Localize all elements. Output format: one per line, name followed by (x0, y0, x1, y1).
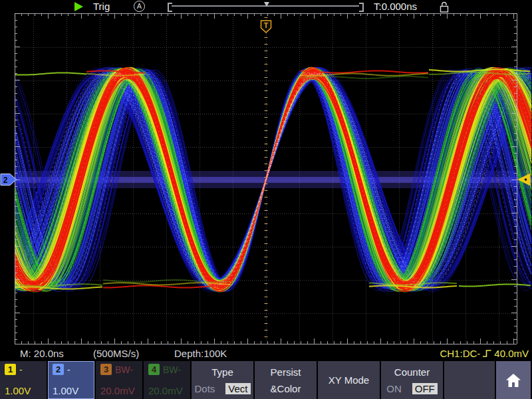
rising-edge-icon (482, 348, 492, 358)
persist-line1: Persist (271, 366, 301, 378)
channel-1-badge: 1 (5, 364, 16, 375)
channel-3-status[interactable]: 3 BW- 20.0mV (96, 361, 142, 399)
trigger-level-label: 40.0mV (494, 348, 529, 359)
channel-4-scale: 20.0mV (148, 385, 186, 396)
trigger-source-label: CH1:DC- (440, 348, 480, 359)
auto-trigger-icon: A (134, 1, 145, 12)
channel-1-coupling: - (19, 364, 23, 375)
persist-line2: &Color (271, 383, 301, 394)
counter-option-off[interactable]: OFF (412, 383, 438, 394)
trigger-readout: CH1:DC- 40.0mV (440, 348, 529, 359)
xy-mode-label: XY Mode (329, 374, 369, 386)
trigger-position-marker[interactable]: T (260, 20, 272, 33)
counter-title: Counter (394, 366, 430, 378)
channel-4-badge: 4 (148, 364, 160, 375)
trigger-position-label: T (264, 21, 269, 29)
menu-counter-button[interactable]: Counter ON OFF (381, 361, 443, 399)
menu-persist-color-button[interactable]: Persist &Color (255, 361, 317, 399)
hpos-slider-left-bracket (168, 3, 172, 12)
channel-2-scale: 1.00V (53, 385, 90, 396)
menu-type-title: Type (211, 366, 233, 378)
run-state-icon (74, 2, 83, 11)
trig-label: Trig (93, 1, 110, 12)
counter-option-on[interactable]: ON (386, 383, 402, 394)
ch2-level-marker[interactable]: 2 (0, 173, 17, 186)
channel-1-status[interactable]: 1 - 1.00V (0, 361, 47, 399)
time-offset-readout: T:0.000ns (374, 1, 417, 12)
menu-empty-slot (444, 361, 495, 399)
hpos-slider-pointer[interactable] (264, 2, 269, 7)
channel-2-badge: 2 (53, 364, 64, 375)
channel-3-scale: 20.0mV (100, 385, 138, 396)
memory-depth-readout: Depth:100K (174, 348, 227, 359)
trigger-level-arrow[interactable] (515, 172, 531, 187)
acquisition-status-bar: M: 20.0ns (500MS/s) Depth:100K CH1:DC- 4… (0, 346, 532, 361)
graticule-display (0, 0, 532, 399)
channel-4-status[interactable]: 4 BW- 20.0mV (144, 361, 190, 399)
channel-1-scale: 1.00V (5, 385, 42, 396)
menu-xy-mode-button[interactable]: XY Mode (318, 361, 380, 399)
channel-2-status[interactable]: 2 - 1.00V (48, 361, 94, 399)
type-option-dots[interactable]: Dots (194, 383, 215, 394)
channel-3-badge: 3 (100, 364, 112, 375)
home-button[interactable] (496, 361, 531, 399)
menu-type-button[interactable]: Type Dots Vect (192, 361, 253, 399)
type-option-vect[interactable]: Vect (225, 383, 250, 394)
home-icon (505, 373, 521, 388)
soft-menu-bar: 1 - 1.00V 2 - 1.00V 3 BW- 20.0mV 4 BW- 2… (0, 361, 532, 399)
hpos-slider-right-bracket (359, 3, 364, 12)
channel-3-coupling: BW- (115, 364, 133, 375)
sample-rate-readout: (500MS/s) (93, 348, 139, 359)
top-status-bar: Trig A T:0.000ns (0, 0, 532, 13)
ch2-level-label: 2 (3, 176, 8, 185)
channel-4-coupling: BW- (163, 364, 181, 375)
timebase-readout: M: 20.0ns (20, 348, 64, 359)
channel-2-coupling: - (67, 364, 70, 375)
unlock-icon (439, 1, 450, 13)
